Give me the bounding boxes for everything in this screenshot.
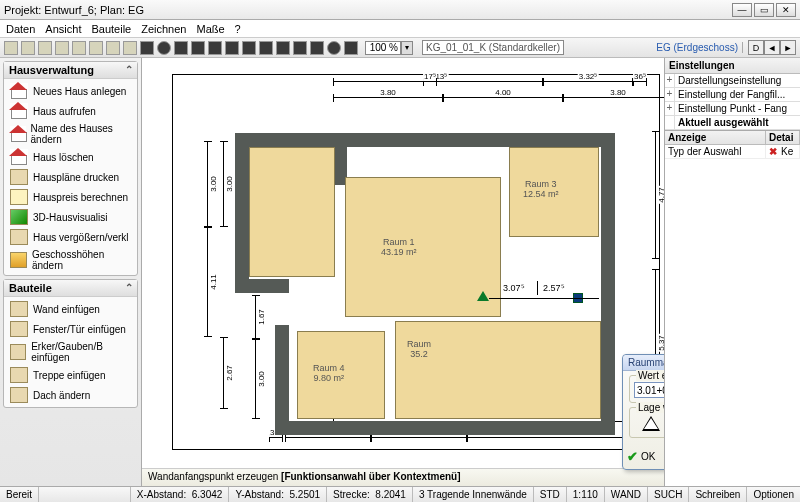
dimension-line: 3.00 bbox=[207, 141, 217, 227]
panel-head[interactable]: Bauteile⌃ bbox=[4, 280, 137, 297]
ok-button[interactable]: ✔OK bbox=[627, 449, 655, 464]
layer-field[interactable]: KG_01_01_K (Standardkeller) bbox=[422, 40, 564, 55]
status-layer: 3 Tragende Innenwände bbox=[413, 487, 534, 502]
maximize-button[interactable]: ▭ bbox=[754, 3, 774, 17]
group-label: Wert eingeben bbox=[636, 370, 664, 381]
zoom-dropdown-icon[interactable]: ▾ bbox=[401, 41, 413, 55]
drawing-canvas[interactable]: 7.13⁵ 17⁵ 3.32⁵ 36⁵ 3.80 4.00 3.80 3.00 … bbox=[142, 58, 664, 486]
col-header[interactable]: Anzeige bbox=[665, 131, 766, 144]
sidebar-item-wand[interactable]: Wand einfügen bbox=[4, 299, 137, 319]
house-icon bbox=[10, 149, 28, 165]
settings-head[interactable]: Einstellungen bbox=[665, 58, 800, 74]
table-row[interactable]: Typ der Auswahl✖Ke bbox=[665, 145, 800, 159]
dialog-title[interactable]: Raummaß angeben bbox=[623, 355, 664, 371]
sidebar-item-resize[interactable]: Haus vergößern/verkl bbox=[4, 227, 137, 247]
sidebar-item-3d[interactable]: 3D-Hausvisualisi bbox=[4, 207, 137, 227]
status-std[interactable]: STD bbox=[534, 487, 567, 502]
menu-bauteile[interactable]: Bauteile bbox=[91, 23, 131, 35]
close-button[interactable]: ✕ bbox=[776, 3, 796, 17]
status-wand[interactable]: WAND bbox=[605, 487, 648, 502]
tool-icon[interactable] bbox=[123, 41, 137, 55]
tool-icon[interactable] bbox=[344, 41, 358, 55]
sidebar-item-neues-haus[interactable]: Neues Haus anlegen bbox=[4, 81, 137, 101]
printer-icon bbox=[10, 169, 28, 185]
menu-daten[interactable]: Daten bbox=[6, 23, 35, 35]
sidebar-item-preis[interactable]: Hauspreis berechnen bbox=[4, 187, 137, 207]
menu-ansicht[interactable]: Ansicht bbox=[45, 23, 81, 35]
status-such[interactable]: SUCH bbox=[648, 487, 689, 502]
title-bar: Projekt: Entwurf_6; Plan: EG — ▭ ✕ bbox=[0, 0, 800, 20]
settings-row[interactable]: +Darstellungseinstellung bbox=[665, 74, 800, 88]
minimize-button[interactable]: — bbox=[732, 3, 752, 17]
room-2 bbox=[249, 147, 335, 277]
menu-help[interactable]: ? bbox=[235, 23, 241, 35]
tool-icon[interactable] bbox=[191, 41, 205, 55]
tool-icon[interactable] bbox=[259, 41, 273, 55]
height-icon bbox=[10, 252, 27, 268]
tool-icon[interactable] bbox=[225, 41, 239, 55]
status-ratio[interactable]: 1:110 bbox=[567, 487, 605, 502]
tool-icon[interactable] bbox=[276, 41, 290, 55]
menu-masse[interactable]: Maße bbox=[196, 23, 224, 35]
settings-pane: Einstellungen +Darstellungseinstellung +… bbox=[664, 58, 800, 486]
sidebar-item-erker[interactable]: Erker/Gauben/B einfügen bbox=[4, 339, 137, 365]
tool-icon[interactable] bbox=[55, 41, 69, 55]
tool-icon[interactable] bbox=[72, 41, 86, 55]
house-icon bbox=[10, 126, 26, 142]
expand-icon[interactable]: + bbox=[665, 88, 675, 101]
zoom-input[interactable] bbox=[365, 41, 401, 55]
room-label: Raum 3 12.54 m² bbox=[523, 179, 559, 199]
sidebar-item-haus-loeschen[interactable]: Haus löschen bbox=[4, 147, 137, 167]
tool-icon[interactable] bbox=[4, 41, 18, 55]
dimension-line: 17⁵ bbox=[423, 81, 437, 91]
room-label: Raum 4 9.80 m² bbox=[313, 363, 345, 383]
tool-icon[interactable] bbox=[310, 41, 324, 55]
marker-triangle-icon[interactable] bbox=[477, 291, 489, 301]
sidebar-item-geschoss[interactable]: Geschosshöhen ändern bbox=[4, 247, 137, 273]
tool-icon[interactable] bbox=[293, 41, 307, 55]
settings-row[interactable]: +Einstellung Punkt - Fang bbox=[665, 102, 800, 116]
selection-table: AnzeigeDetai Typ der Auswahl✖Ke bbox=[665, 130, 800, 159]
tool-icon[interactable] bbox=[157, 41, 171, 55]
menu-zeichnen[interactable]: Zeichnen bbox=[141, 23, 186, 35]
nav-d[interactable]: D bbox=[748, 40, 764, 55]
tool-icon[interactable] bbox=[89, 41, 103, 55]
tool-icon[interactable] bbox=[174, 41, 188, 55]
euro-icon bbox=[10, 189, 28, 205]
tool-icon[interactable] bbox=[21, 41, 35, 55]
window-buttons: — ▭ ✕ bbox=[732, 3, 796, 17]
dimension-line: 36⁵ bbox=[633, 81, 647, 91]
tool-icon[interactable] bbox=[208, 41, 222, 55]
dimension-line: 36⁵ bbox=[269, 437, 283, 447]
sidebar-item-name-aendern[interactable]: Name des Hauses ändern bbox=[4, 121, 137, 147]
sidebar-item-dach[interactable]: Dach ändern bbox=[4, 385, 137, 405]
settings-row: Aktuell ausgewählt bbox=[665, 116, 800, 130]
expand-icon[interactable]: + bbox=[665, 102, 675, 115]
status-schreiben[interactable]: Schreiben bbox=[689, 487, 747, 502]
settings-row[interactable]: +Einstellung der Fangfil... bbox=[665, 88, 800, 102]
floor-link[interactable]: EG (Erdgeschoss) bbox=[652, 42, 743, 53]
col-header[interactable]: Detai bbox=[766, 131, 800, 144]
window-icon bbox=[10, 321, 28, 337]
value-input[interactable] bbox=[634, 382, 664, 398]
sidebar-item-fenster[interactable]: Fenster/Tür einfügen bbox=[4, 319, 137, 339]
tool-icon[interactable] bbox=[38, 41, 52, 55]
tool-icon[interactable] bbox=[106, 41, 120, 55]
tool-icon[interactable] bbox=[327, 41, 341, 55]
dimension-line: 3.47 bbox=[371, 437, 467, 447]
nav-prev-icon[interactable]: ◄ bbox=[764, 40, 780, 55]
drawing-area[interactable]: 7.13⁵ 17⁵ 3.32⁵ 36⁵ 3.80 4.00 3.80 3.00 … bbox=[172, 74, 660, 450]
zoom-combo[interactable]: ▾ bbox=[365, 41, 413, 55]
value-combo[interactable]: ▾ bbox=[634, 382, 664, 398]
tool-icon[interactable] bbox=[242, 41, 256, 55]
status-optionen[interactable]: Optionen bbox=[747, 487, 800, 502]
sidebar-item-treppe[interactable]: Treppe einfügen bbox=[4, 365, 137, 385]
expand-icon[interactable]: + bbox=[665, 74, 675, 87]
panel-head[interactable]: Hausverwaltung⌃ bbox=[4, 62, 137, 79]
position-triangle-icon[interactable] bbox=[642, 416, 660, 431]
sidebar-item-haus-aufrufen[interactable]: Haus aufrufen bbox=[4, 101, 137, 121]
sidebar-item-drucken[interactable]: Hauspläne drucken bbox=[4, 167, 137, 187]
roof-icon bbox=[10, 387, 28, 403]
nav-next-icon[interactable]: ► bbox=[780, 40, 796, 55]
tool-icon[interactable] bbox=[140, 41, 154, 55]
